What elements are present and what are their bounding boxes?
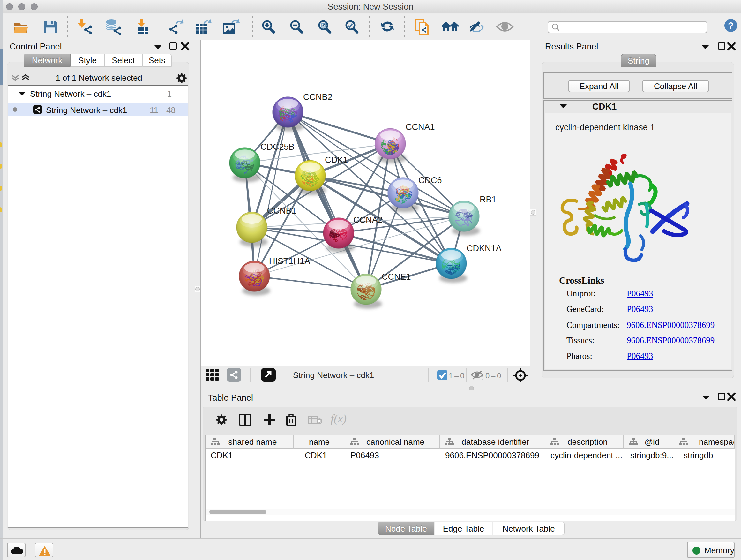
svg-text:?: ? — [728, 20, 734, 30]
svg-text:HIST1H1A: HIST1H1A — [269, 256, 310, 266]
svg-text:CDK1: CDK1 — [325, 155, 348, 165]
svg-text:CCNB2: CCNB2 — [303, 92, 333, 102]
svg-text:RB1: RB1 — [480, 195, 496, 204]
svg-text:CCNA1: CCNA1 — [406, 122, 435, 132]
svg-text:CDC6: CDC6 — [418, 176, 442, 185]
svg-text:CCNA2: CCNA2 — [353, 215, 383, 225]
svg-text:CDKN1A: CDKN1A — [467, 244, 502, 253]
svg-text:CCNB1: CCNB1 — [267, 206, 296, 215]
svg-text:CDC25B: CDC25B — [260, 142, 294, 152]
svg-text:CCNE1: CCNE1 — [382, 272, 411, 282]
